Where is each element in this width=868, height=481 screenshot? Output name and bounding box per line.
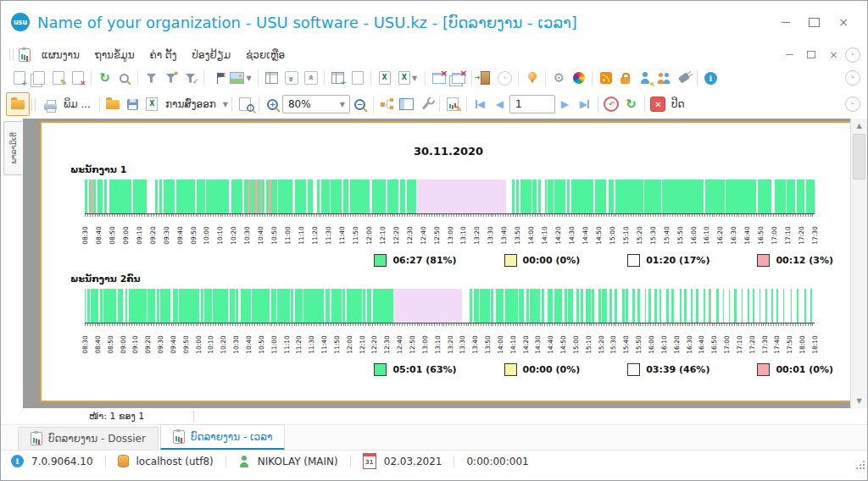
toolbar-overflow-icon[interactable]: › [845,70,860,86]
scroll-up-icon[interactable]: ▲ [851,119,867,133]
scroll-down-icon[interactable]: ▼ [851,394,867,408]
version-status: i 7.0.9064.10 [11,455,93,467]
export-icon[interactable]: X [142,95,162,114]
structure-button[interactable] [377,95,397,114]
flag-button[interactable] [208,69,227,88]
maximize-icon[interactable] [809,18,820,27]
minimize-icon[interactable] [782,22,790,23]
menu-item[interactable]: ປ່ອງຢ້ຽມ [185,46,239,64]
parameters-tab[interactable]: ພາລາມິເຕີ [3,121,22,175]
tab-report-dossier[interactable]: ບົດລາຍງານ - Dossier [18,427,159,450]
close-report-icon[interactable]: ✕ [648,95,668,114]
image-menu-button[interactable]: ▼ [227,69,254,88]
timeline-bar: 08:3008:4008:5009:0009:1009:2009:3009:40… [85,180,815,252]
copy-record-button[interactable] [29,69,48,88]
customize-button[interactable] [416,95,436,114]
page-number-input[interactable] [509,95,555,113]
zoom-combo[interactable]: 80%▼ [282,95,350,113]
exit-button[interactable] [476,69,495,88]
filter-button[interactable] [142,69,161,88]
settings-gear-button[interactable]: ⚙ [549,69,569,88]
group-overflow-icon[interactable]: › [495,69,515,88]
user-rights-button[interactable] [635,69,654,88]
child-restore-icon[interactable] [807,51,815,58]
time-axis: 08:3008:4008:5009:0009:1009:2009:3009:40… [85,328,815,362]
user-status[interactable]: NIKOLAY (MAIN) [238,456,338,467]
menu-item[interactable]: ຄ່າ ຕັ້ງ [142,46,185,64]
parameters-folder-button[interactable] [6,92,30,116]
panels-button[interactable] [397,95,416,114]
filter-favorites-button[interactable]: ★ [161,69,181,88]
database-status[interactable]: localhost (utf8) [118,455,214,467]
first-page-button[interactable]: ◀ [470,95,490,114]
toolbar-grip[interactable] [9,48,14,61]
user-groups-button[interactable] [654,69,674,88]
open-button[interactable] [103,95,123,114]
expand-all-button[interactable]: » [301,69,320,88]
time-axis: 08:3008:4008:5009:0009:1009:2009:3009:40… [85,218,815,252]
legend-swatch [627,254,640,267]
search-button[interactable] [114,69,134,88]
insert-column-button[interactable] [262,69,281,88]
zoom-out-button[interactable] [350,95,370,114]
date-status[interactable]: 31 02.03.2021 [363,453,442,469]
report-area: ພາລາມິເຕີ 30.11.2020 ພະນັກງານ 1 08:3008:… [1,119,867,408]
prev-page-button[interactable]: ◀ [490,95,509,114]
export-caret-icon[interactable]: ▼ [223,101,228,108]
zoom-in-button[interactable] [263,95,282,114]
print-button[interactable]: ພິມ ... [64,98,91,110]
legend-swatch [374,363,387,376]
report-icon [173,430,185,444]
scrollbar-thumb[interactable] [853,134,865,180]
resize-grip[interactable] [855,460,865,469]
legend: 05:01 (63%)00:00 (0%)03:39 (46%)00:01 (0… [70,363,833,376]
legend-label: 00:00 (0%) [523,255,581,266]
tab-report-time[interactable]: ບົດລາຍງານ - ເວລາ [160,424,286,450]
last-page-button[interactable]: ▶ [575,95,594,114]
location-button[interactable] [522,69,542,88]
menu-item[interactable]: ຊ່ວຍເຫຼືອ [238,46,292,64]
note-button[interactable] [348,69,367,88]
add-record-button[interactable]: + [9,69,29,88]
close-report-button[interactable]: ປິດ [671,98,685,110]
plugin-button[interactable] [674,69,693,88]
design-report-button[interactable]: ✎ [443,95,463,114]
child-close-icon[interactable]: × [829,49,838,60]
delete-record-button[interactable]: × [68,69,87,88]
theme-colors-button[interactable] [569,69,588,88]
row-label: ພະນັກງານ 2ຄົນ [70,274,826,285]
report-icon [31,432,42,445]
refresh-report-button[interactable]: ↻ [621,95,641,114]
rss-feed-button[interactable] [596,69,615,88]
add-column-button[interactable]: + [328,69,348,88]
close-window-button[interactable] [429,69,448,88]
menu-item[interactable]: ຖານຂໍ້ມູນ [87,46,142,64]
menu-item[interactable]: ແຜນງານ [34,46,87,64]
report-status-row: ໜ້າ: 1 ຂອງ 1 [1,408,867,424]
export-button[interactable]: ການສົ່ງອອກ [165,98,216,110]
vertical-scrollbar[interactable]: ▲ ▼ [850,119,867,408]
print-icon[interactable] [41,95,60,114]
refresh-button[interactable]: ↻ [95,69,114,88]
save-button[interactable] [123,95,142,114]
report-toolbar-overflow-icon[interactable]: › [845,97,860,112]
legend-label: 00:00 (0%) [523,364,581,375]
info-icon[interactable]: i [11,455,24,467]
undo-button[interactable]: ↶ [602,95,621,114]
close-all-windows-button[interactable] [448,69,468,88]
print-preview-button[interactable] [236,95,255,114]
filter-apply-button[interactable]: ✓ [181,69,200,88]
zoom-value: 80% [288,98,311,110]
export-excel-menu-button[interactable]: X▼ [394,69,421,88]
lock-button[interactable] [615,69,635,88]
side-strip: ພາລາມິເຕີ [1,119,23,408]
legend-item: 06:27 (81%) [374,254,456,267]
info-button[interactable]: i [701,69,721,88]
menubar-overflow-icon[interactable]: › [845,47,860,63]
child-minimize-icon[interactable] [786,54,793,55]
export-excel-button[interactable]: X [375,69,394,88]
next-page-button[interactable]: ▶ [555,95,575,114]
close-icon[interactable]: × [838,16,849,28]
collapse-all-button[interactable]: » [281,69,301,88]
edit-record-button[interactable]: ✎ [48,69,68,88]
